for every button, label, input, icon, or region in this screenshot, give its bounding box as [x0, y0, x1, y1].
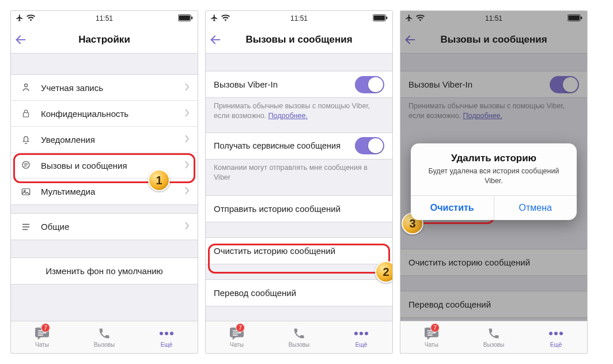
- chevron-right-icon: [185, 109, 190, 119]
- svg-point-22: [365, 332, 368, 335]
- tab-calls[interactable]: Вызовы: [73, 321, 135, 353]
- nav-header: Вызовы и сообщения: [206, 26, 392, 54]
- viber-in-toggle[interactable]: [550, 76, 579, 93]
- learn-more-link[interactable]: Подробнее.: [268, 112, 308, 120]
- settings-item-label: Общие: [41, 222, 185, 232]
- svg-rect-18: [233, 332, 241, 333]
- chevron-right-icon: [185, 222, 190, 232]
- tab-bar: 7 Чаты Вызовы Ещё: [206, 321, 392, 353]
- more-icon: [159, 327, 174, 340]
- service-messages-label: Получать сервисные сообщения: [214, 141, 355, 150]
- tab-chats[interactable]: 7 Чаты: [400, 321, 463, 353]
- settings-item-notifications[interactable]: Уведомления: [11, 127, 198, 153]
- badge-count: 7: [430, 323, 440, 332]
- service-messages-row[interactable]: Получать сервисные сообщения: [206, 133, 392, 159]
- nav-header: Настройки: [11, 26, 198, 54]
- translate-messages-button[interactable]: Перевод сообщений: [206, 280, 392, 306]
- tab-label: Ещё: [355, 342, 367, 348]
- svg-point-30: [554, 332, 558, 335]
- alert-cancel-button[interactable]: Отмена: [494, 196, 577, 220]
- page-title: Вызовы и сообщения: [245, 34, 352, 46]
- send-history-label: Отправить историю сообщений: [214, 204, 384, 214]
- delete-history-alert: Удалить историю Будет удалена вся истори…: [411, 143, 577, 220]
- svg-rect-10: [38, 335, 43, 336]
- svg-point-3: [24, 84, 27, 87]
- page-title: Настройки: [78, 34, 130, 46]
- tab-label: Ещё: [161, 342, 172, 348]
- translate-messages-button[interactable]: Перевод сообщений: [400, 291, 587, 317]
- chevron-right-icon: [185, 135, 190, 145]
- tab-label: Вызовы: [483, 342, 504, 348]
- translate-label: Перевод сообщений: [408, 299, 579, 309]
- tab-label: Ещё: [550, 342, 562, 348]
- tab-more[interactable]: Ещё: [330, 321, 392, 353]
- step-marker-1: 1: [148, 169, 170, 191]
- tab-calls[interactable]: Вызовы: [268, 321, 330, 353]
- image-icon: [19, 187, 33, 197]
- svg-point-31: [559, 332, 563, 335]
- svg-point-12: [165, 332, 168, 335]
- svg-point-11: [160, 332, 163, 335]
- tab-label: Вызовы: [289, 342, 309, 348]
- settings-item-account[interactable]: Учетная запись: [11, 75, 198, 101]
- svg-rect-28: [427, 335, 433, 336]
- settings-item-label: Уведомления: [41, 135, 185, 145]
- learn-more-link[interactable]: Подробнее.: [463, 112, 502, 120]
- viber-in-row[interactable]: Вызовы Viber-In: [206, 71, 392, 97]
- tab-label: Чаты: [425, 342, 438, 348]
- screen-calls-messages: 11:51 Вызовы и сообщения Вызовы Viber-In…: [205, 10, 393, 354]
- tab-bar: 7 Чаты Вызовы Ещё: [11, 321, 198, 353]
- alert-message: Будет удалена вся история сообщений Vibe…: [411, 166, 577, 195]
- svg-point-29: [549, 332, 553, 335]
- translate-label: Перевод сообщений: [214, 288, 384, 298]
- back-button[interactable]: [14, 26, 27, 53]
- svg-rect-4: [23, 113, 28, 117]
- status-time: 11:51: [400, 14, 587, 22]
- phone-icon: [293, 327, 305, 340]
- settings-item-label: Конфиденциальность: [41, 109, 185, 119]
- settings-item-label: Учетная запись: [41, 83, 185, 93]
- tab-label: Чаты: [230, 342, 244, 348]
- chat-icon: [19, 160, 33, 170]
- back-button[interactable]: [404, 26, 417, 53]
- wallpaper-label: Изменить фон по умолчанию: [46, 266, 163, 276]
- tab-more[interactable]: Ещё: [135, 321, 198, 353]
- more-icon: [354, 327, 369, 340]
- clear-history-button[interactable]: Очистить историю сообщений: [400, 249, 587, 275]
- tab-bar: 7 Чаты Вызовы Ещё: [400, 321, 587, 353]
- clear-history-button[interactable]: Очистить историю сообщений: [206, 238, 392, 264]
- back-button[interactable]: [209, 26, 222, 53]
- screen-settings: 11:51 Настройки Учетная запись Конфиденц…: [10, 10, 198, 354]
- change-wallpaper-button[interactable]: Изменить фон по умолчанию: [11, 258, 198, 284]
- svg-point-21: [360, 332, 363, 335]
- list-icon: [19, 222, 33, 232]
- status-bar: 11:51: [206, 11, 392, 26]
- send-history-button[interactable]: Отправить историю сообщений: [206, 196, 392, 222]
- step-marker-2: 2: [375, 261, 393, 283]
- page-title: Вызовы и сообщения: [440, 34, 547, 46]
- tab-more[interactable]: Ещё: [525, 321, 587, 353]
- settings-item-calls-messages[interactable]: Вызовы и сообщения: [11, 153, 198, 179]
- bell-icon: [19, 134, 33, 145]
- more-icon: [548, 327, 563, 340]
- tab-chats[interactable]: 7 Чаты: [206, 321, 268, 353]
- alert-confirm-button[interactable]: Очистить: [411, 196, 494, 220]
- viber-in-label: Вызовы Viber-In: [408, 79, 550, 89]
- svg-point-20: [354, 332, 358, 335]
- settings-item-general[interactable]: Общие: [11, 214, 198, 240]
- status-bar: 11:51: [400, 11, 587, 26]
- chevron-right-icon: [185, 161, 190, 170]
- badge-count: 7: [41, 323, 50, 332]
- screen-clear-history-alert: 11:51 Вызовы и сообщения Вызовы Viber-In…: [400, 10, 588, 354]
- service-messages-toggle[interactable]: [355, 137, 384, 154]
- settings-item-privacy[interactable]: Конфиденциальность: [11, 101, 198, 127]
- viber-in-row[interactable]: Вызовы Viber-In: [400, 71, 587, 97]
- viber-in-toggle[interactable]: [355, 76, 384, 93]
- clear-history-label: Очистить историю сообщений: [408, 257, 579, 267]
- phone-icon: [98, 327, 111, 340]
- tab-calls[interactable]: Вызовы: [463, 321, 525, 353]
- status-time: 11:51: [206, 14, 392, 22]
- tab-chats[interactable]: 7 Чаты: [11, 321, 73, 353]
- service-messages-caption: Компании могут отправлять мне сообщения …: [206, 160, 392, 187]
- viber-in-caption: Принимать обычные вызовы с помощью Viber…: [206, 98, 392, 126]
